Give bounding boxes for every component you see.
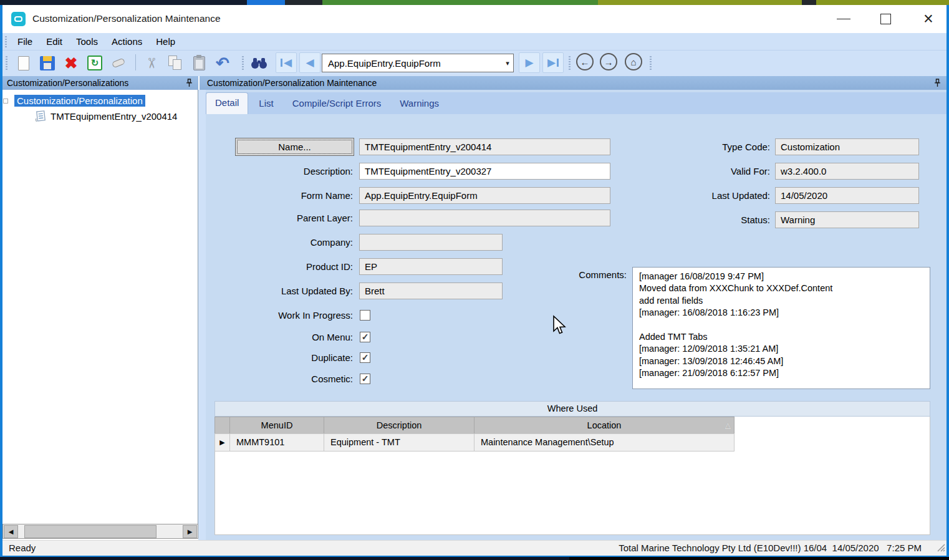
eraser-icon: [112, 58, 125, 69]
name-button[interactable]: Name...: [235, 138, 354, 156]
column-header-description[interactable]: Description: [324, 417, 474, 434]
home-icon: ⌂: [630, 57, 636, 67]
work-in-progress-label: Work In Progress:: [216, 307, 353, 324]
tree-item-customization[interactable]: TMTEquipmentEntry_v200414: [35, 110, 177, 122]
sort-ascending-icon: △: [725, 417, 731, 433]
clear-button[interactable]: [108, 52, 129, 74]
menu-actions[interactable]: Actions: [105, 36, 149, 47]
screen: Customization/Personalization Maintenanc…: [0, 0, 949, 560]
mouse-cursor: [551, 315, 566, 336]
save-button[interactable]: [37, 52, 58, 74]
chevron-down-icon[interactable]: ▾: [502, 54, 513, 72]
new-button[interactable]: [13, 52, 34, 74]
first-record-icon: [281, 59, 282, 67]
tree-root-label[interactable]: Customization/Personalization: [14, 95, 145, 107]
company-label: Company:: [216, 234, 353, 251]
row-selector-cell[interactable]: ▶: [214, 433, 230, 451]
delete-button[interactable]: ✖: [60, 52, 82, 74]
tree-panel: Customization/Personalization TMTEquipme…: [2, 90, 198, 524]
column-header-location[interactable]: Location △: [474, 417, 735, 434]
valid-for-field: w3.2.400.0: [775, 163, 919, 180]
main-panel-header: Customization/Personalization Maintenanc…: [200, 76, 947, 90]
panel-splitter[interactable]: [198, 90, 206, 540]
type-code-label: Type Code:: [633, 138, 770, 156]
cut-button[interactable]: ✂: [141, 52, 162, 74]
menu-edit[interactable]: Edit: [39, 36, 69, 47]
duplicate-checkbox[interactable]: ✓: [360, 352, 370, 363]
previous-record-icon: ◀: [306, 57, 314, 68]
cell-menuid[interactable]: MMMT9101: [229, 433, 324, 451]
toolbar-grip[interactable]: [242, 56, 244, 70]
tab-detail[interactable]: Detail: [206, 92, 248, 114]
tab-compile-script-errors[interactable]: Compile/Script Errors: [283, 93, 391, 114]
toolbar-grip[interactable]: [569, 56, 571, 70]
column-header-menuid[interactable]: MenuID: [229, 417, 324, 434]
duplicate-label: Duplicate:: [216, 349, 353, 367]
status-label: Status:: [633, 211, 770, 229]
app-icon: [11, 12, 26, 26]
work-in-progress-checkbox[interactable]: [360, 310, 370, 321]
back-button[interactable]: ←: [576, 53, 594, 70]
toolbar-grip[interactable]: [6, 56, 7, 70]
tab-warnings[interactable]: Warnings: [390, 93, 448, 114]
desktop-background-bottom: [0, 557, 949, 560]
menubar-grip[interactable]: [5, 36, 7, 47]
scroll-right-button[interactable]: ▶: [183, 525, 197, 538]
resize-grip-icon[interactable]: [935, 542, 945, 554]
last-record-button[interactable]: ▶: [542, 52, 564, 73]
next-record-button[interactable]: ▶: [519, 52, 540, 73]
form-selector-value: App.EquipEntry.EquipForm: [322, 58, 502, 69]
on-menu-checkbox[interactable]: ✓: [360, 332, 370, 342]
previous-record-button[interactable]: ◀: [299, 52, 320, 73]
home-button[interactable]: ⌂: [625, 53, 642, 70]
comments-field[interactable]: [manager 16/08/2019 9:47 PM] Moved data …: [632, 267, 930, 389]
maximize-icon: [880, 14, 891, 24]
maximize-button[interactable]: [871, 5, 900, 33]
cosmetic-label: Cosmetic:: [216, 370, 353, 388]
menu-file[interactable]: File: [11, 36, 39, 47]
cell-description[interactable]: Equipment - TMT: [324, 433, 474, 451]
cosmetic-checkbox[interactable]: ✓: [360, 374, 370, 384]
tree-item-root[interactable]: Customization/Personalization: [2, 95, 145, 107]
last-record-icon: [557, 59, 559, 67]
product-id-field: EP: [359, 258, 503, 275]
description-label: Description:: [216, 163, 353, 180]
toolbar-separator: [135, 54, 136, 70]
tab-list[interactable]: List: [249, 93, 282, 114]
valid-for-label: Valid For:: [633, 163, 770, 180]
scroll-left-icon: ◀: [9, 528, 14, 535]
last-updated-by-field: Brett: [359, 282, 503, 299]
minimize-icon: [837, 19, 850, 19]
tree-panel-title: Customization/Personalizations: [7, 78, 128, 88]
scroll-right-icon: ▶: [188, 528, 193, 535]
minimize-button[interactable]: [829, 5, 858, 33]
toolbar-grip[interactable]: [650, 56, 652, 70]
scrollbar-thumb[interactable]: [24, 525, 157, 538]
pin-icon[interactable]: [934, 79, 941, 89]
undo-button[interactable]: ↶: [212, 52, 233, 74]
close-button[interactable]: ×: [914, 5, 943, 33]
last-updated-field: 14/05/2020: [775, 187, 919, 204]
parent-layer-field: [359, 210, 610, 226]
menu-bar: File Edit Tools Actions Help: [2, 33, 947, 50]
status-bar: Ready Total Marine Technology Pty Ltd (E…: [2, 540, 947, 556]
tree-child-label[interactable]: TMTEquipmentEntry_v200414: [51, 111, 177, 122]
description-field[interactable]: TMTEquipmentEntry_v200327: [359, 163, 610, 180]
paste-button[interactable]: [188, 52, 210, 74]
scroll-left-button[interactable]: ◀: [4, 525, 18, 538]
tree-horizontal-scrollbar[interactable]: ◀ ▶: [2, 524, 198, 539]
copy-icon: [168, 56, 183, 70]
find-button[interactable]: [248, 52, 269, 74]
first-record-button[interactable]: ◀: [276, 52, 297, 73]
menu-help[interactable]: Help: [149, 36, 182, 47]
refresh-button[interactable]: ↻: [84, 52, 105, 74]
paste-icon: [193, 56, 205, 70]
copy-button[interactable]: [165, 52, 186, 74]
pin-icon[interactable]: [186, 79, 193, 89]
forward-button[interactable]: →: [600, 53, 617, 70]
back-arrow-icon: ←: [580, 57, 590, 67]
cell-location[interactable]: Maintenance Management\Setup: [474, 433, 735, 451]
tree-collapse-icon[interactable]: [3, 99, 8, 104]
form-selector-combobox[interactable]: App.EquipEntry.EquipForm ▾: [322, 54, 514, 72]
menu-tools[interactable]: Tools: [69, 36, 105, 47]
